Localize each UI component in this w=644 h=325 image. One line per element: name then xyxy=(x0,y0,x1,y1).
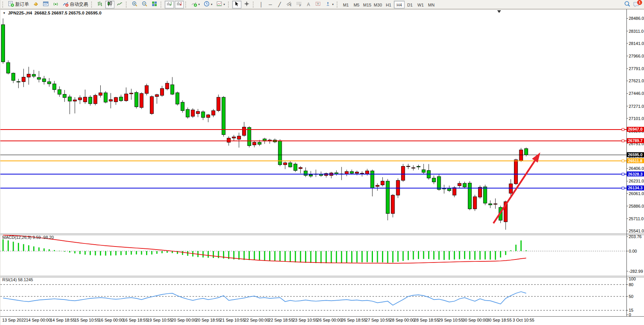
tf-button-w1[interactable]: W1 xyxy=(415,1,426,8)
templates-button[interactable]: ▾ xyxy=(215,1,226,8)
line-handle[interactable] xyxy=(622,140,624,142)
auto-scroll-icon xyxy=(166,1,172,8)
chart-window-button[interactable] xyxy=(41,1,50,8)
toolbar-grip[interactable] xyxy=(228,2,230,8)
equidistant-channel-button[interactable]: E xyxy=(284,1,294,8)
search-icon[interactable] xyxy=(624,0,631,9)
tf-button-mn[interactable]: MN xyxy=(426,1,437,8)
candle xyxy=(99,93,102,96)
toolbar-grip[interactable] xyxy=(2,2,5,8)
candlestick-icon xyxy=(107,1,113,8)
macd-tick-label: -282.99 xyxy=(629,269,643,274)
arrows-tool-icon xyxy=(325,1,331,8)
new-order-label: 新订单 xyxy=(15,1,29,8)
candle xyxy=(473,197,477,209)
rsi-tick-label: 80 xyxy=(629,282,633,287)
candle xyxy=(525,149,528,155)
tf-button-m15[interactable]: M15 xyxy=(362,1,373,8)
chart-shift-button[interactable] xyxy=(175,1,184,8)
tf-button-d1[interactable]: D1 xyxy=(405,1,415,8)
line-handle[interactable] xyxy=(622,173,624,175)
chart-window-icon xyxy=(43,1,49,8)
text-tool-button[interactable]: A xyxy=(304,1,313,8)
tf-button-h4[interactable]: H4 xyxy=(394,1,405,8)
toolbar-grip[interactable] xyxy=(161,2,163,8)
toolbar-right: 1 xyxy=(624,0,644,9)
bar-chart-button[interactable] xyxy=(95,1,104,8)
candle xyxy=(186,109,190,117)
chevron-down-icon[interactable]: ▼ xyxy=(3,11,6,15)
tf-button-h1[interactable]: H1 xyxy=(383,1,394,8)
price-badge-label: 26595.0 xyxy=(628,152,642,157)
rsi-name: RSI(14) xyxy=(2,277,17,282)
quotes-button[interactable] xyxy=(31,1,40,8)
auto-trading-button[interactable]: 自动交易 xyxy=(61,1,90,8)
candle xyxy=(124,94,128,101)
toolbar-grip[interactable] xyxy=(126,2,128,8)
candle xyxy=(176,93,179,104)
zoom-in-button[interactable] xyxy=(130,1,139,8)
time-label: 29 Sep 10:55 xyxy=(438,318,463,322)
candle xyxy=(150,96,154,114)
candle xyxy=(222,97,225,134)
cursor-button[interactable] xyxy=(232,1,241,8)
candle xyxy=(17,82,20,82)
time-label: 22 Sep 18:55 xyxy=(268,318,293,322)
chart-canvas[interactable]: 28486.028311.028141.027966.027791.027621… xyxy=(0,9,644,325)
price-tick-label: 25541.0 xyxy=(629,229,644,233)
periods-button[interactable]: ▾ xyxy=(202,1,214,8)
price-levels xyxy=(0,127,644,191)
line-handle[interactable] xyxy=(622,160,624,162)
candle xyxy=(32,74,35,76)
toolbar-grip[interactable] xyxy=(253,2,255,8)
indicators-button[interactable]: ▾ xyxy=(190,1,201,8)
candle xyxy=(253,142,256,145)
candle xyxy=(160,88,164,95)
candlestick-chart-button[interactable] xyxy=(105,1,114,8)
time-label: 22 Sep 00:00 xyxy=(244,318,269,322)
symbol-period-label: JPN225-,H4 xyxy=(8,11,32,15)
template-icon xyxy=(216,1,222,8)
candle xyxy=(53,84,56,90)
line-handle[interactable] xyxy=(622,187,624,189)
time-label: 16 Sep 00:00 xyxy=(99,318,124,322)
candle xyxy=(371,171,374,188)
toolbar-grip[interactable] xyxy=(185,2,188,8)
templates-caret-icon: ▾ xyxy=(223,3,225,6)
tile-windows-button[interactable] xyxy=(150,1,159,8)
auto-scroll-button[interactable] xyxy=(165,1,174,8)
toolbar-grip[interactable] xyxy=(337,2,339,8)
line-handle[interactable] xyxy=(622,128,624,131)
time-label: 3 Oct 10:55 xyxy=(513,318,535,322)
line-chart-button[interactable] xyxy=(115,1,124,8)
new-order-button[interactable]: 新订单 xyxy=(6,1,31,8)
candle xyxy=(78,98,82,100)
candle xyxy=(130,93,133,94)
arrows-tool-button[interactable]: ▾ xyxy=(323,1,335,8)
trendline-icon: ╱ xyxy=(278,2,281,7)
vertical-line-button[interactable]: │ xyxy=(257,1,265,8)
periods-caret-icon: ▾ xyxy=(211,3,212,6)
tf-button-m30[interactable]: M30 xyxy=(373,1,383,8)
fibonacci-button[interactable]: F xyxy=(294,1,304,8)
toolbar-grip[interactable] xyxy=(91,2,93,8)
trendline-button[interactable]: ╱ xyxy=(275,1,284,8)
tf-button-m5[interactable]: M5 xyxy=(351,1,362,8)
signals-button[interactable] xyxy=(51,1,60,8)
horizontal-line-button[interactable]: ─ xyxy=(266,1,275,8)
tf-button-m1[interactable]: M1 xyxy=(340,1,351,8)
candle xyxy=(63,94,66,98)
zoom-out-button[interactable] xyxy=(140,1,149,8)
indicators-caret-icon: ▾ xyxy=(198,3,200,6)
price-tick-label: 28141.0 xyxy=(629,41,644,46)
candle xyxy=(355,172,359,173)
rsi-tick-label: 0 xyxy=(629,312,631,317)
crosshair-button[interactable] xyxy=(242,1,251,8)
candle xyxy=(422,170,425,172)
text-label-button[interactable]: T xyxy=(313,1,323,8)
time-label: 30 Sep 18:55 xyxy=(487,318,512,322)
notifications-button[interactable]: 1 xyxy=(633,1,641,8)
shift-marker-icon[interactable] xyxy=(497,10,501,13)
candle xyxy=(181,102,184,110)
candle xyxy=(289,163,292,167)
